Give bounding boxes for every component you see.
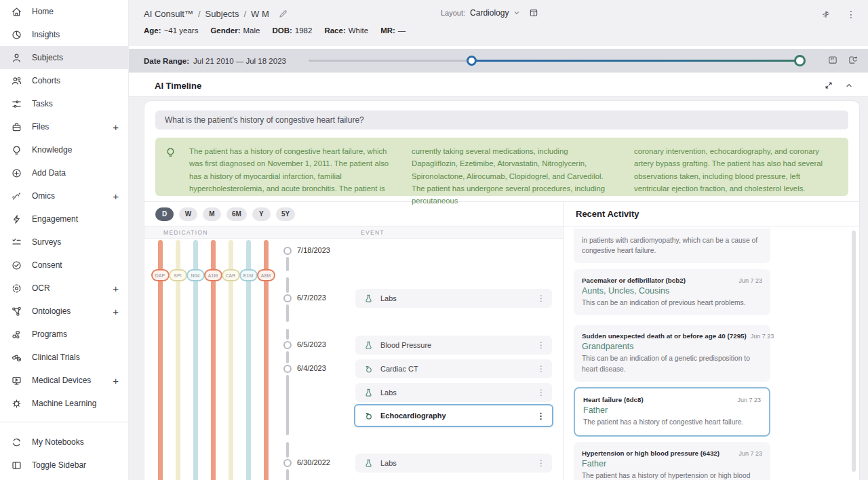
subjects-icon	[11, 52, 22, 64]
sidebar-item-my-notebooks[interactable]: My Notebooks	[0, 431, 128, 454]
sidebar-item-consent[interactable]: Consent	[0, 254, 128, 277]
overflow-menu-icon[interactable]: ⋮	[846, 9, 856, 19]
event-menu-icon[interactable]: ⋮	[537, 294, 545, 302]
flask-icon	[363, 388, 374, 398]
add-omics-icon[interactable]: +	[113, 191, 119, 201]
column-headers: MEDICATION EVENT	[144, 226, 563, 239]
sidebar-item-files[interactable]: Files +	[0, 115, 128, 138]
sidebar-item-machine-learning[interactable]: Machine Learning	[0, 392, 128, 415]
sidebar-item-label: Cohorts	[32, 76, 60, 85]
sidebar-item-ocr[interactable]: OCR +	[0, 277, 128, 300]
zoom-button-5year[interactable]: 5Y	[276, 207, 295, 221]
layout-label: Layout:	[441, 9, 465, 17]
medical-devices-icon	[11, 375, 22, 386]
add-medical-devices-icon[interactable]: +	[113, 376, 119, 386]
zoom-button-year[interactable]: Y	[252, 207, 271, 221]
timeline-canvas: DAP SPI N04 A1M CAR E1M A8M	[144, 239, 563, 480]
imaging-icon	[363, 364, 374, 374]
breadcrumb-item-app[interactable]: AI Consult™	[144, 9, 193, 19]
medication-pill[interactable]: DAP	[151, 269, 170, 281]
medication-pill[interactable]: A1M	[204, 269, 222, 281]
breadcrumb-item-subjects[interactable]: Subjects	[205, 9, 239, 19]
sidebar-item-toggle-sidebar[interactable]: Toggle Sidebar	[0, 454, 128, 477]
medication-pill[interactable]: CAR	[222, 269, 240, 281]
sidebar-item-label: Subjects	[32, 53, 63, 62]
event-menu-icon[interactable]: ⋮	[537, 341, 545, 349]
event-card-labs[interactable]: Labs ⋮	[355, 289, 552, 308]
activity-card[interactable]: in patients with cardiomyopathy, which c…	[574, 228, 770, 263]
event-card-cardiac-ct[interactable]: Cardiac CT ⋮	[355, 359, 552, 378]
activity-title: Pacemaker or defibrillator (bcb2)	[582, 277, 686, 284]
slider-handle-start[interactable]	[467, 56, 477, 66]
collapse-icon[interactable]	[845, 81, 853, 89]
sidebar-item-knowledge[interactable]: Knowledge	[0, 138, 128, 161]
add-files-icon[interactable]: +	[113, 122, 119, 132]
sidebar-item-ontologies[interactable]: Ontologies +	[0, 300, 128, 323]
lightbulb-icon	[165, 145, 189, 196]
scrollbar[interactable]	[852, 231, 856, 472]
activity-card-pacemaker[interactable]: Pacemaker or defibrillator (bcb2) Jun 7 …	[574, 269, 770, 315]
programs-icon	[11, 329, 22, 340]
event-card-blood-pressure[interactable]: Blood Pressure ⋮	[355, 336, 552, 355]
event-menu-icon[interactable]: ⋮	[536, 412, 545, 420]
zoom-button-week[interactable]: W	[179, 207, 197, 221]
medication-pill[interactable]: N04	[186, 269, 205, 281]
field-value: Male	[243, 26, 260, 35]
event-card-labs[interactable]: Labs ⋮	[355, 454, 552, 473]
sidebar-item-home[interactable]: Home	[0, 0, 128, 23]
activity-card-heart-failure-selected[interactable]: Heart failure (6dc8) Jun 7 23 Father The…	[574, 387, 770, 436]
consent-icon	[11, 260, 22, 271]
activity-body: The patient has a history of congestive …	[583, 417, 761, 427]
activity-title: Heart failure (6dc8)	[583, 396, 644, 403]
event-card-echocardiography-selected[interactable]: Echocardiography ⋮	[354, 404, 553, 427]
zoom-button-6month[interactable]: 6M	[226, 207, 247, 221]
sidebar-item-tasks[interactable]: Tasks	[0, 92, 128, 115]
timeline-section: D W M 6M Y 5Y MEDICATION EVENT	[144, 202, 564, 480]
slider-handle-end[interactable]	[794, 55, 806, 66]
field-value: 1982	[295, 26, 313, 35]
calendar-notes-icon[interactable]	[827, 54, 838, 65]
sidebar-item-insights[interactable]: Insights	[0, 23, 128, 46]
event-card-labs[interactable]: Labs ⋮	[355, 383, 552, 402]
event-menu-icon[interactable]: ⋮	[537, 459, 545, 467]
sidebar-item-subjects[interactable]: Subjects	[0, 46, 128, 69]
sidebar: Home Insights Subjects Cohorts Tasks Fil…	[0, 0, 129, 480]
layout-selector[interactable]: Layout: Cardiology	[441, 8, 538, 18]
sidebar-item-surveys[interactable]: Surveys	[0, 231, 128, 254]
sidebar-item-add-data[interactable]: Add Data	[0, 161, 128, 184]
sidebar-item-programs[interactable]: Programs	[0, 323, 128, 346]
medication-pill[interactable]: E1M	[239, 269, 258, 281]
omics-icon	[11, 191, 22, 202]
date-range-slider[interactable]	[309, 49, 800, 73]
event-menu-icon[interactable]: ⋮	[537, 365, 545, 373]
event-label: Labs	[380, 459, 537, 467]
edit-icon[interactable]	[278, 9, 288, 19]
medication-pill[interactable]: SPI	[169, 269, 187, 281]
add-ontologies-icon[interactable]: +	[113, 306, 119, 317]
zoom-button-month[interactable]: M	[203, 207, 221, 221]
ai-timeline-header: AI Timeline	[129, 75, 868, 97]
timeline-axis-segment	[286, 442, 289, 458]
zoom-button-day[interactable]: D	[155, 207, 174, 221]
layout-grid-icon[interactable]	[529, 8, 538, 18]
top-header: AI Consult™ / Subjects / W M Layout: Car…	[129, 0, 868, 46]
sidebar-item-cohorts[interactable]: Cohorts	[0, 69, 128, 92]
cohorts-icon	[11, 75, 22, 87]
tasks-icon	[11, 98, 22, 110]
sidebar-item-engagement[interactable]: Engagement	[0, 207, 128, 231]
expand-icon[interactable]	[824, 81, 833, 90]
question-box[interactable]: What is the patient's history of congest…	[155, 111, 848, 129]
add-ocr-icon[interactable]: +	[113, 283, 119, 294]
activity-card-hypertension[interactable]: Hypertension or high blood pressure (643…	[574, 442, 770, 480]
recent-activity-title: Recent Activity	[564, 202, 859, 226]
layout-value: Cardiology	[470, 8, 509, 18]
breadcrumb-item-patient[interactable]: W M	[251, 9, 269, 19]
disconnect-icon[interactable]	[821, 9, 831, 20]
event-menu-icon[interactable]: ⋮	[537, 388, 545, 397]
sidebar-item-omics[interactable]: Omics +	[0, 184, 128, 207]
sidebar-item-medical-devices[interactable]: Medical Devices +	[0, 369, 128, 392]
calendar-refresh-icon[interactable]	[848, 54, 859, 65]
medication-pill[interactable]: A8M	[257, 269, 275, 281]
activity-card-sudden-death[interactable]: Sudden unexpected death at or before age…	[574, 325, 770, 382]
sidebar-item-clinical-trials[interactable]: Clinical Trials	[0, 346, 128, 369]
